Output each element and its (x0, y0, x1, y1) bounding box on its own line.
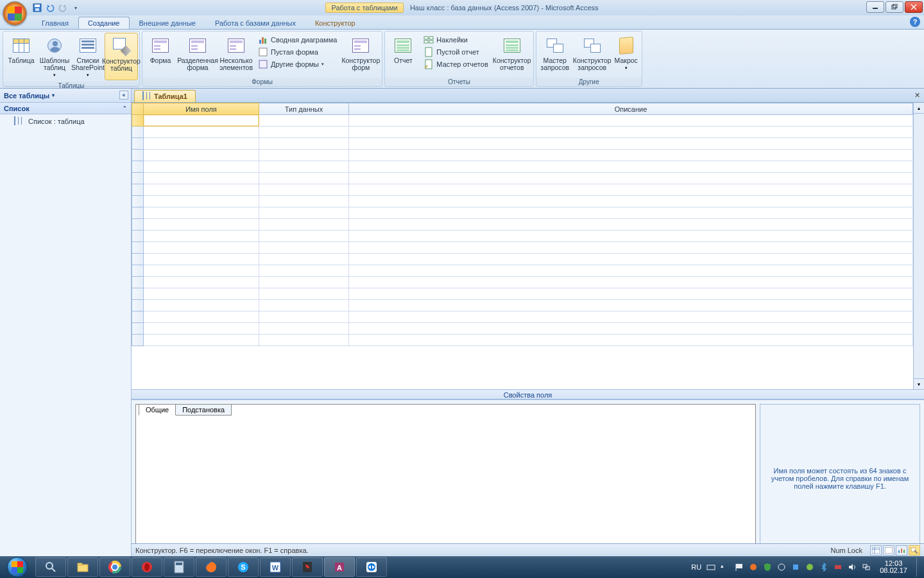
btn-pivot-chart[interactable]: Сводная диаграмма (257, 34, 338, 46)
nav-item-table[interactable]: Список : таблица (0, 114, 131, 128)
btn-multiple-items[interactable]: Несколько элементов (218, 33, 254, 76)
tray-icon[interactable] (791, 563, 800, 572)
scroll-down-icon[interactable]: ▾ (914, 378, 924, 389)
scroll-up-icon[interactable]: ▴ (914, 103, 924, 114)
flag-icon[interactable] (735, 563, 744, 572)
chevron-down-icon: ▾ (52, 92, 55, 98)
btn-table[interactable]: Таблица (4, 33, 38, 80)
taskbar-pdf[interactable] (292, 557, 323, 577)
row-selector[interactable] (132, 115, 144, 127)
office-button[interactable] (3, 1, 27, 26)
nav-group[interactable]: Список⌃ (0, 103, 131, 114)
view-design-button[interactable] (909, 545, 920, 556)
taskbar-access[interactable]: A (324, 557, 355, 577)
col-header-type[interactable]: Тип данных (259, 103, 349, 115)
svg-rect-5 (893, 4, 897, 8)
bluetooth-icon[interactable] (819, 563, 828, 572)
svg-rect-1 (35, 4, 40, 7)
field-desc-cell[interactable] (349, 115, 913, 127)
btn-sharepoint-lists[interactable]: Списки SharePoint▾ (71, 33, 105, 80)
tab-home[interactable]: Главная (32, 17, 78, 29)
quick-access-toolbar: ▾ (32, 3, 81, 13)
btn-form[interactable]: Форма (144, 33, 177, 76)
btn-query-design[interactable]: Конструктор запросов (572, 33, 612, 76)
btn-blank-report[interactable]: Пустой отчет (422, 46, 489, 58)
design-grid: Имя поля Тип данных Описание (132, 103, 924, 389)
tab-external[interactable]: Внешние данные (130, 17, 205, 29)
btn-form-design[interactable]: Конструктор форм (341, 33, 381, 76)
redo-icon[interactable] (58, 3, 68, 13)
view-pivottable-button[interactable] (883, 545, 894, 556)
btn-macro[interactable]: Макрос▾ (612, 33, 640, 76)
taskbar-chrome[interactable] (99, 557, 130, 577)
svg-point-54 (750, 564, 757, 570)
vertical-scrollbar[interactable]: ▴ ▾ (913, 103, 924, 389)
network-icon[interactable] (862, 563, 871, 572)
collapse-nav-button[interactable]: « (119, 91, 128, 100)
tab-create[interactable]: Создание (78, 17, 130, 29)
svg-rect-9 (262, 37, 264, 44)
svg-point-55 (778, 564, 785, 570)
taskbar-magnifier[interactable] (35, 557, 66, 577)
start-button[interactable] (0, 556, 35, 578)
minimize-button[interactable] (866, 1, 884, 13)
qat-dropdown-icon[interactable]: ▾ (71, 3, 81, 13)
taskbar-opera[interactable] (132, 557, 162, 577)
btn-blank-form[interactable]: Пустая форма (257, 46, 338, 58)
group-label-forms: Формы (142, 78, 382, 86)
lang-indicator[interactable]: RU (691, 563, 701, 571)
btn-labels[interactable]: Наклейки (422, 34, 489, 46)
tray-icon[interactable] (834, 563, 843, 572)
btn-report[interactable]: Отчет (386, 33, 420, 76)
close-tab-button[interactable]: ✕ (912, 91, 921, 100)
btn-report-design[interactable]: Конструктор отчетов (492, 33, 532, 76)
taskbar-calc[interactable] (164, 557, 194, 577)
group-other: Мастер запросов Конструктор запросов Мак… (536, 31, 642, 87)
btn-table-templates[interactable]: Шаблоны таблиц▾ (38, 33, 71, 80)
doc-tab-table1[interactable]: Таблица1 (134, 90, 196, 102)
btn-table-design[interactable]: Конструктор таблиц (105, 33, 138, 80)
field-name-cell[interactable] (144, 115, 259, 127)
btn-report-wizard[interactable]: Мастер отчетов (422, 58, 489, 70)
btn-more-forms[interactable]: Другие формы ▾ (257, 58, 338, 70)
col-header-desc[interactable]: Описание (349, 103, 913, 115)
properties-title: Свойства поля (132, 389, 924, 399)
undo-icon[interactable] (45, 3, 55, 13)
properties-grid[interactable] (136, 416, 755, 552)
tab-general[interactable]: Общие (139, 404, 176, 416)
field-type-cell[interactable] (259, 115, 349, 127)
tray-icon[interactable] (777, 563, 786, 572)
select-all-corner[interactable] (132, 103, 144, 115)
help-button[interactable]: ? (910, 17, 920, 27)
taskbar-skype[interactable]: S (228, 557, 259, 577)
shield-icon[interactable] (763, 563, 772, 572)
tray-arrow-icon[interactable]: ▴ (721, 563, 730, 572)
show-desktop-button[interactable] (916, 557, 921, 577)
maximize-button[interactable] (886, 1, 903, 13)
view-datasheet-button[interactable] (870, 545, 882, 556)
tray-icon[interactable] (749, 563, 758, 572)
numlock-indicator: Num Lock (830, 547, 862, 554)
keyboard-icon[interactable] (706, 563, 715, 572)
volume-icon[interactable] (848, 563, 857, 572)
svg-rect-58 (835, 565, 841, 569)
view-pivotchart-button[interactable] (896, 545, 907, 556)
col-header-name[interactable]: Имя поля (144, 103, 259, 115)
save-icon[interactable] (32, 3, 42, 13)
taskbar-teamviewer[interactable] (356, 557, 387, 577)
field-grid[interactable]: Имя поля Тип данных Описание (132, 103, 913, 389)
tab-design[interactable]: Конструктор (305, 17, 365, 29)
tab-lookup[interactable]: Подстановка (175, 404, 232, 416)
taskbar-explorer[interactable] (67, 557, 98, 577)
tray-icon[interactable] (805, 563, 814, 572)
contextual-tab-label[interactable]: Работа с таблицами (325, 3, 403, 13)
tab-dbtools[interactable]: Работа с базами данных (205, 17, 305, 29)
taskbar-firefox[interactable] (196, 557, 227, 577)
close-button[interactable] (905, 1, 923, 13)
btn-query-wizard[interactable]: Мастер запросов (538, 33, 572, 76)
taskbar-word[interactable]: W (260, 557, 291, 577)
group-reports: Отчет Наклейки Пустой отчет Мастер отчет… (384, 31, 533, 87)
nav-header[interactable]: Все таблицы▾ « (0, 89, 131, 103)
btn-split-form[interactable]: Разделенная форма (177, 33, 218, 76)
clock[interactable]: 12:03 08.02.17 (876, 560, 911, 574)
